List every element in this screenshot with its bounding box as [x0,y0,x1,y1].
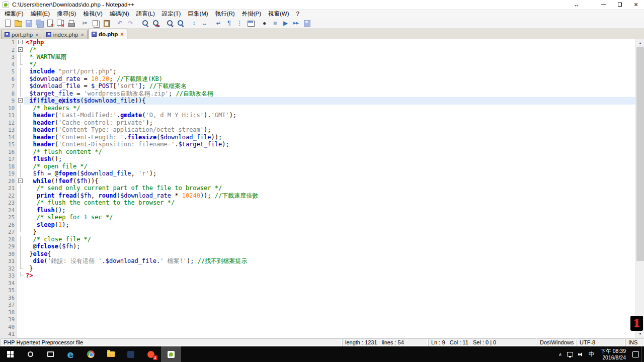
line-number[interactable]: 41 [0,330,17,338]
fold-margin[interactable] [17,163,24,170]
line-number[interactable]: 32 [0,265,17,273]
fold-margin[interactable] [17,309,24,316]
line-number[interactable]: 6 [0,75,17,83]
fold-margin[interactable] [17,119,24,127]
code-text[interactable]: header('Content-Type: application/octet-… [24,126,635,134]
code-text[interactable]: /* headers */ [24,105,635,112]
code-text[interactable]: if(file_exists($download_file)){ [24,97,635,105]
line-number[interactable]: 12 [0,119,17,127]
fold-margin[interactable] [17,316,24,323]
line-number[interactable]: 33 [0,272,17,280]
line-number[interactable]: 10 [0,105,17,112]
close-all-button[interactable] [55,18,65,28]
fold-margin[interactable] [17,134,24,141]
stop-record-button[interactable]: ■ [270,18,280,28]
line-number[interactable]: 11 [0,112,17,119]
line-number[interactable]: 2 [0,46,17,54]
clock[interactable]: 下午 08:39 2016/8/24 [597,348,630,360]
scroll-up-icon[interactable]: ▲ [636,39,644,47]
fold-margin[interactable] [17,243,24,250]
show-all-chars-button[interactable]: ¶ [224,18,234,28]
dark-app-button[interactable] [121,346,141,362]
edge-browser-button[interactable]: e [60,346,80,362]
line-number[interactable]: 9 [0,97,17,105]
code-text[interactable]: $download_file = $_POST['sort']; //下載檔案名 [24,82,635,90]
undo-button[interactable]: ↶ [115,18,125,28]
line-number[interactable]: 1 [0,39,17,46]
fold-margin[interactable] [17,148,24,156]
double-arrow-icon[interactable]: ↔ [569,0,585,9]
fold-margin[interactable] [17,294,24,302]
fold-margin[interactable] [17,185,24,192]
code-text[interactable]: } [24,228,635,236]
code-text[interactable]: /* flush content */ [24,148,635,156]
sync-horizontal-button[interactable]: ↔ [199,18,210,28]
code-text[interactable] [24,323,635,331]
find-button[interactable] [139,18,150,28]
menu-help[interactable]: ? [293,10,303,18]
line-number[interactable]: 23 [0,199,17,207]
badged-app-button[interactable]: 2 [141,346,161,362]
line-number[interactable]: 5 [0,68,17,75]
menu-encoding[interactable]: 編碼(N) [106,10,133,18]
word-wrap-button[interactable]: ↵ [213,18,224,28]
fold-margin[interactable] [17,330,24,338]
fold-collapse-icon[interactable]: - [18,178,23,183]
fold-margin[interactable] [17,207,24,214]
fold-margin[interactable] [17,75,24,83]
line-number[interactable]: 16 [0,148,17,156]
editor[interactable]: 1-<?php2- /*3 * WARTW風雨4 */5 include "po… [0,39,644,338]
tab-index-php-close-icon[interactable]: × [81,32,84,37]
code-text[interactable]: sleep(1); [24,221,635,229]
menu-window[interactable]: 視窗(W) [265,10,293,18]
restore-button[interactable] [612,0,628,9]
fold-collapse-icon[interactable]: - [18,40,23,44]
fold-margin[interactable] [17,155,24,163]
record-macro-button[interactable]: ● [259,18,270,28]
fold-margin[interactable] [17,192,24,200]
line-number[interactable]: 25 [0,214,17,221]
fold-margin[interactable] [17,126,24,134]
playback-macro-button[interactable]: ▶ [280,18,291,28]
fold-margin[interactable] [17,301,24,309]
close-button[interactable]: × [628,0,644,9]
search-button[interactable] [20,346,40,362]
code-text[interactable]: flush(); [24,207,635,214]
new-file-button[interactable] [2,18,13,28]
file-explorer-button[interactable] [101,346,121,362]
close-button[interactable] [44,18,55,28]
print-button[interactable] [65,18,76,28]
line-number[interactable]: 30 [0,250,17,258]
line-number[interactable]: 26 [0,221,17,229]
open-file-button[interactable] [13,18,23,28]
code-text[interactable]: die('錯誤: 沒有這個 '.$download_file.' 檔案!'); … [24,257,635,265]
fold-margin[interactable] [17,287,24,294]
code-text[interactable]: $download_rate = 10.20; //下載限速(KB) [24,75,635,83]
user-dialog-button[interactable] [245,18,256,28]
fold-collapse-icon[interactable]: - [18,47,23,52]
scrollbar-thumb[interactable] [636,47,644,261]
code-text[interactable]: ?> [24,272,635,280]
code-text[interactable]: header('Last-Modified:'.gmdate('D, d M Y… [24,112,635,119]
code-text[interactable]: }else{ [24,250,635,258]
fold-margin[interactable] [17,280,24,287]
fold-margin[interactable] [17,90,24,98]
run-macro-multiple-button[interactable]: ▶▶ [291,18,301,28]
start-button[interactable] [0,346,20,362]
chrome-browser-button[interactable] [80,346,101,362]
fold-margin[interactable] [17,170,24,177]
menu-view[interactable]: 檢視(V) [79,10,106,18]
save-button[interactable] [23,18,34,28]
indent-guide-button[interactable]: ⋮ [234,18,245,28]
fold-margin[interactable] [17,68,24,75]
line-number[interactable]: 18 [0,163,17,170]
notepadpp-button[interactable] [161,346,181,362]
network-tray-button[interactable] [565,346,576,362]
fold-margin[interactable] [17,236,24,243]
code-text[interactable]: /* open file */ [24,163,635,170]
fold-margin[interactable] [17,250,24,258]
code-text[interactable]: /* flush the content to the browser */ [24,199,635,207]
code-text[interactable]: include "port/port.php"; [24,68,635,75]
replace-button[interactable]: ab [150,18,160,28]
fold-collapse-icon[interactable]: - [18,98,23,103]
